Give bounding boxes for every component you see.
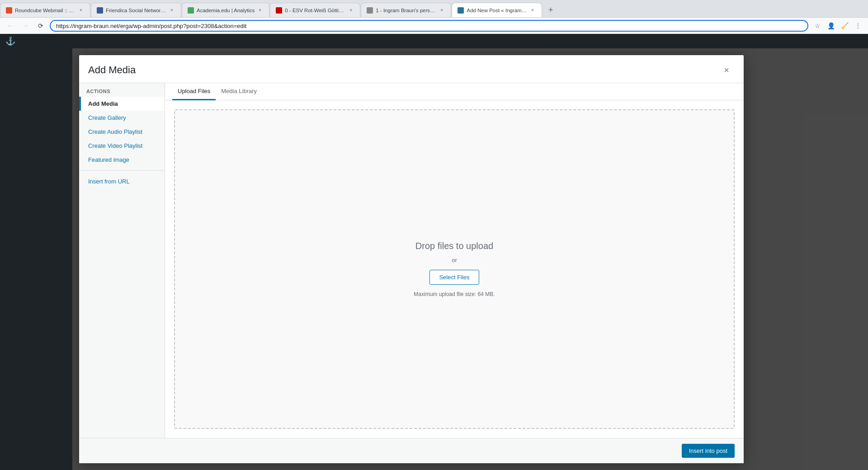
wp-sidebar <box>0 48 72 470</box>
tab-roundcube[interactable]: Roundcube Webmail :: Posting:× <box>0 3 90 17</box>
browser-chrome: Roundcube Webmail :: Posting:×Friendica … <box>0 0 868 34</box>
tab-academia-favicon <box>188 7 194 14</box>
sidebar-item-insert-from-url[interactable]: Insert from URL <box>79 174 165 188</box>
tab-wp-add-post-close[interactable]: × <box>529 7 536 14</box>
tab-roundcube-close[interactable]: × <box>77 7 85 14</box>
tab-friendica-close[interactable]: × <box>168 7 175 14</box>
tab-esv-label: 0 - ESV Rot-Weiß Göttingen Sch... <box>285 8 345 13</box>
address-bar-row: ← → ⟳ ☆ 👤 🧹 ⋮ <box>0 17 868 34</box>
extension-icon[interactable]: 🧹 <box>838 19 851 32</box>
or-text: or <box>452 257 457 263</box>
modal-footer: Insert into post <box>79 438 744 463</box>
tab-upload-files[interactable]: Upload Files <box>172 83 216 100</box>
tab-ingram-favicon <box>367 7 373 14</box>
upload-limit-text: Maximum upload file size: 64 MB. <box>414 291 495 297</box>
tab-ingram-close[interactable]: × <box>438 7 445 14</box>
menu-icon[interactable]: ⋮ <box>852 19 864 32</box>
tab-friendica-label: Friendica Social Network | Netw... <box>106 8 166 13</box>
tab-wp-add-post-label: Add New Post « Ingram Braun – <box>467 8 527 13</box>
insert-into-post-button[interactable]: Insert into post <box>682 444 735 458</box>
sidebar-extra: Insert from URL <box>79 174 165 188</box>
tab-esv-close[interactable]: × <box>347 7 354 14</box>
tab-bar: Roundcube Webmail :: Posting:×Friendica … <box>0 0 868 17</box>
tab-roundcube-label: Roundcube Webmail :: Posting: <box>15 8 75 13</box>
modal-close-button[interactable]: × <box>718 62 735 78</box>
profile-icon[interactable]: 👤 <box>825 19 837 32</box>
modal-overlay: Add Media × Actions Add MediaCreate Gall… <box>72 48 868 470</box>
wp-admin-bar: ⚓ <box>0 34 868 48</box>
add-media-modal: Add Media × Actions Add MediaCreate Gall… <box>79 55 744 463</box>
modal-tabs: Upload FilesMedia Library <box>165 83 744 100</box>
new-tab-button[interactable]: + <box>544 4 557 16</box>
modal-title: Add Media <box>88 64 136 76</box>
sidebar-item-create-audio-playlist[interactable]: Create Audio Playlist <box>79 125 165 139</box>
sidebar-item-add-media[interactable]: Add Media <box>79 97 165 111</box>
tab-ingram[interactable]: 1 - Ingram Braun's personal hom...× <box>361 3 451 17</box>
tab-academia-close[interactable]: × <box>256 7 264 14</box>
wp-main: Add Media × Actions Add MediaCreate Gall… <box>72 48 868 470</box>
bookmark-icon[interactable]: ☆ <box>811 19 824 32</box>
upload-drop-area[interactable]: Drop files to upload or Select Files Max… <box>174 109 735 429</box>
wp-logo: ⚓ <box>0 36 21 46</box>
tab-esv[interactable]: 0 - ESV Rot-Weiß Göttingen Sch...× <box>270 3 360 17</box>
browser-toolbar: ☆ 👤 🧹 ⋮ <box>811 19 864 32</box>
modal-sidebar: Actions Add MediaCreate GalleryCreate Au… <box>79 83 165 438</box>
sidebar-item-create-video-playlist[interactable]: Create Video Playlist <box>79 139 165 153</box>
modal-body: Actions Add MediaCreate GalleryCreate Au… <box>79 83 744 438</box>
tab-academia-label: Academia.edu | Analytics <box>197 8 255 13</box>
drop-text: Drop files to upload <box>415 241 493 251</box>
select-files-button[interactable]: Select Files <box>429 270 479 285</box>
address-input[interactable] <box>50 20 808 32</box>
sidebar-item-featured-image[interactable]: Featured image <box>79 153 165 167</box>
tab-academia[interactable]: Academia.edu | Analytics× <box>182 3 269 17</box>
sidebar-divider <box>79 170 165 171</box>
forward-button[interactable]: → <box>19 19 32 32</box>
back-button[interactable]: ← <box>4 19 16 32</box>
reload-button[interactable]: ⟳ <box>34 19 47 32</box>
tab-ingram-label: 1 - Ingram Braun's personal hom... <box>376 8 436 13</box>
wp-admin: ⚓ Add Media × Actions Add MediaCreate Ga… <box>0 34 868 470</box>
tab-esv-favicon <box>276 7 282 14</box>
modal-header: Add Media × <box>79 55 744 83</box>
modal-content-area: Upload FilesMedia Library Drop files to … <box>165 83 744 438</box>
tab-media-library[interactable]: Media Library <box>216 83 262 100</box>
sidebar-item-create-gallery[interactable]: Create Gallery <box>79 111 165 125</box>
sidebar-items: Add MediaCreate GalleryCreate Audio Play… <box>79 97 165 167</box>
tab-friendica-favicon <box>97 7 103 14</box>
tab-roundcube-favicon <box>6 7 12 14</box>
sidebar-section-title: Actions <box>79 83 165 97</box>
tab-friendica[interactable]: Friendica Social Network | Netw...× <box>91 3 181 17</box>
tab-wp-add-post[interactable]: Add New Post « Ingram Braun –× <box>452 3 542 17</box>
tab-wp-add-post-favicon <box>458 7 464 14</box>
